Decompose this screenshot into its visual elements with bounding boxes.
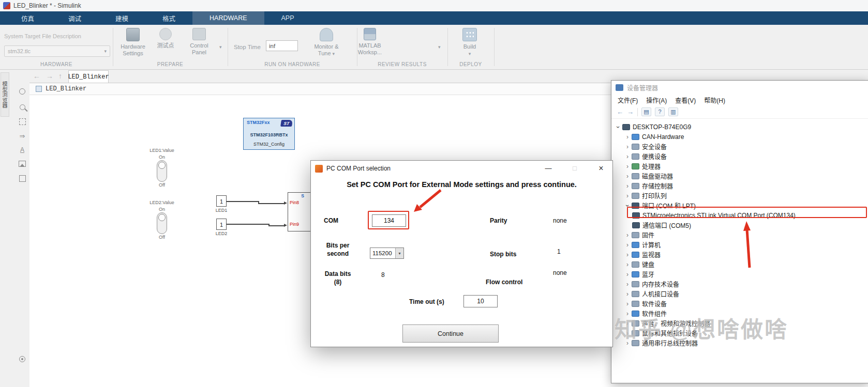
chevron-collapsed-icon[interactable]: › <box>624 153 631 160</box>
tree-item-print-queues[interactable]: ›打印队列 <box>611 191 868 200</box>
annotation-icon[interactable]: A <box>18 145 27 154</box>
led2-switch-knob[interactable] <box>158 214 166 221</box>
dialog-titlebar[interactable]: PC COM Port selection — □ × <box>311 161 612 176</box>
collapse-panel-icon[interactable] <box>18 87 27 96</box>
tab-debug[interactable]: 调试 <box>51 11 98 25</box>
stop-time-input[interactable] <box>266 40 298 51</box>
led2-switch[interactable] <box>157 212 167 234</box>
tree-item-bluetooth[interactable]: ›蓝牙 <box>611 269 868 279</box>
fit-view-icon[interactable] <box>18 117 27 126</box>
constant-block-led1[interactable]: 1 <box>216 195 227 207</box>
list-view-icon[interactable]: ▤ <box>641 107 651 116</box>
chevron-collapsed-icon[interactable]: › <box>624 251 631 258</box>
tree-item-keyboards[interactable]: ›键盘 <box>611 259 868 269</box>
chevron-collapsed-icon[interactable]: › <box>624 143 631 150</box>
monitor-tune-button[interactable]: Monitor & Tune ▾ <box>309 28 343 57</box>
chevron-collapsed-icon[interactable]: › <box>624 182 631 190</box>
chevron-collapsed-icon[interactable]: › <box>624 320 631 327</box>
chevron-collapsed-icon[interactable]: › <box>624 271 631 278</box>
image-icon[interactable] <box>18 159 27 168</box>
tree-item-monitors[interactable]: ›监视器 <box>611 250 868 259</box>
nav-up-icon[interactable]: ↑ <box>58 72 62 80</box>
chevron-collapsed-icon[interactable]: › <box>624 339 631 347</box>
tree-item-can-hardware[interactable]: ›CAN-Hardware <box>611 132 868 142</box>
tree-item-disk-drives[interactable]: ›磁盘驱动器 <box>611 171 868 181</box>
back-arrow-icon[interactable]: ← <box>617 108 623 116</box>
chevron-collapsed-icon[interactable]: › <box>624 290 631 298</box>
close-icon[interactable]: × <box>590 161 612 176</box>
menu-help[interactable]: 帮助(H) <box>700 96 729 104</box>
tree-item-usb-controllers[interactable]: ›通用串行总线控制器 <box>611 338 868 348</box>
tree-item-software-devices[interactable]: ›软件设备 <box>611 299 868 308</box>
menu-view[interactable]: 查看(V) <box>671 96 700 104</box>
chevron-collapsed-icon[interactable]: › <box>624 173 631 180</box>
tree-item-com5-port[interactable]: 通信端口 (COM5) <box>611 220 868 230</box>
device-manager-title: 设备管理器 <box>627 83 658 92</box>
tree-item-storage-controllers[interactable]: ›存储控制器 <box>611 181 868 191</box>
zoom-icon[interactable] <box>18 102 27 112</box>
build-button[interactable]: Build▾ <box>455 28 484 57</box>
chevron-collapsed-icon[interactable]: › <box>624 281 631 288</box>
timeout-input[interactable] <box>463 295 498 307</box>
tab-format[interactable]: 格式 <box>145 11 192 25</box>
chevron-collapsed-icon[interactable]: › <box>624 261 631 268</box>
monitor-tune-icon <box>320 28 333 41</box>
console-icon[interactable]: ▥ <box>668 107 678 116</box>
breadcrumb-model-name[interactable]: LED_Blinker <box>46 85 86 92</box>
device-manager-titlebar[interactable]: 设备管理器 <box>611 81 868 94</box>
tree-item-mice[interactable]: ›鼠标和其他指针设备 <box>611 328 868 338</box>
chevron-collapsed-icon[interactable]: › <box>624 241 631 249</box>
tab-simulation[interactable]: 仿真 <box>4 11 51 25</box>
tab-app[interactable]: APP <box>264 11 311 25</box>
control-panel-button[interactable]: Control Panel <box>183 28 215 56</box>
minimize-icon[interactable]: — <box>537 161 560 176</box>
nav-forward-icon[interactable]: → <box>46 72 53 80</box>
viewmarks-icon[interactable] <box>18 354 27 364</box>
hardware-settings-button[interactable]: Hardware Settings <box>117 28 149 57</box>
nav-back-icon[interactable]: ← <box>33 72 40 80</box>
tree-item-processors[interactable]: ›处理器 <box>611 161 868 171</box>
signal-routing-icon[interactable]: ⇒ <box>18 131 27 141</box>
target-file-combo[interactable]: stm32.tlc ▾ <box>4 45 110 57</box>
chevron-down-icon[interactable]: ▾ <box>395 248 403 258</box>
tab-hardware[interactable]: HARDWARE <box>192 11 264 25</box>
chevron-collapsed-icon[interactable]: › <box>624 310 631 317</box>
forward-arrow-icon[interactable]: → <box>627 108 634 116</box>
chevron-collapsed-icon[interactable]: › <box>624 163 631 170</box>
menu-file[interactable]: 文件(F) <box>613 96 642 104</box>
tree-item-portable-devices[interactable]: ›便携设备 <box>611 151 868 161</box>
menu-action[interactable]: 操作(A) <box>642 96 671 104</box>
testpoint-button[interactable]: 测试点 <box>151 28 180 49</box>
help-icon[interactable]: ? <box>655 107 665 116</box>
tree-item-computer[interactable]: ›DESKTOP-B74E0G9 <box>611 122 868 132</box>
tree-item-sound-video-game[interactable]: ›声音、视频和游戏控制器 <box>611 318 868 328</box>
maximize-icon: □ <box>563 161 586 176</box>
chevron-collapsed-icon[interactable]: › <box>624 300 631 307</box>
tree-item-firmware[interactable]: ›固件 <box>611 230 868 240</box>
prepare-more-chevron-icon[interactable]: ▾ <box>219 44 222 50</box>
chevron-collapsed-icon[interactable]: › <box>624 133 631 141</box>
model-tab[interactable]: LED_Blinker <box>68 70 109 83</box>
bits-per-second-select[interactable]: 115200 ▾ <box>370 247 404 259</box>
chevron-collapsed-icon[interactable]: › <box>624 330 631 337</box>
continue-button[interactable]: Continue <box>402 324 499 343</box>
stm32-config-block[interactable]: STM32Fxx ST STM32F103RBTx STM32_Config <box>243 118 295 150</box>
chevron-expanded-icon[interactable]: › <box>615 123 622 131</box>
model-browser-tab[interactable]: 模型浏览器 <box>1 72 9 117</box>
constant-block-led2[interactable]: 1 <box>216 219 227 230</box>
matlab-workspace-button[interactable]: MATLAB Worksp... <box>348 28 392 56</box>
led1-switch[interactable] <box>157 160 167 182</box>
memory-devices-icon <box>632 281 639 287</box>
tree-item-computer-category[interactable]: ›计算机 <box>611 240 868 250</box>
tab-modeling[interactable]: 建模 <box>98 11 145 25</box>
review-more-chevron-icon[interactable]: ▾ <box>438 44 441 50</box>
tree-item-security-devices[interactable]: ›安全设备 <box>611 142 868 151</box>
area-icon[interactable] <box>18 174 27 183</box>
chevron-collapsed-icon[interactable]: › <box>624 192 631 199</box>
led1-switch-knob[interactable] <box>158 162 166 169</box>
model-icon <box>36 86 42 92</box>
tree-item-software-components[interactable]: ›软件组件 <box>611 308 868 318</box>
tree-item-memory-devices[interactable]: ›内存技术设备 <box>611 279 868 289</box>
tree-item-hid[interactable]: ›人机接口设备 <box>611 289 868 299</box>
chevron-collapsed-icon[interactable]: › <box>624 231 631 239</box>
